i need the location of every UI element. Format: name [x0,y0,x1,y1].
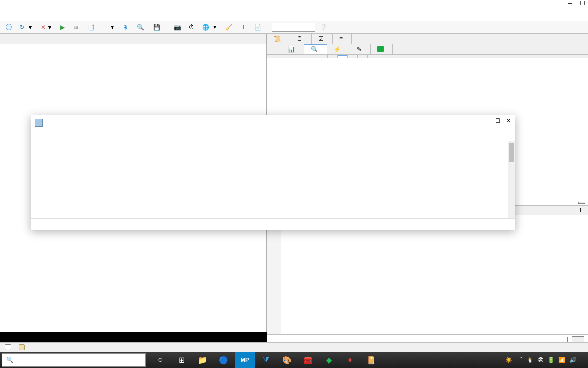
remove-button[interactable]: ✕ ▼ [38,23,56,32]
msdn-search-input[interactable] [272,23,315,32]
replay-icon: ↻ [20,24,24,31]
np-menu-edit[interactable] [43,135,48,137]
menu-view[interactable] [23,15,31,17]
np-menu-help[interactable] [66,135,71,137]
notepad-scrollbar[interactable] [508,141,515,218]
response-hex-view[interactable] [267,215,588,334]
app-explorer[interactable]: 📁 [192,352,213,368]
go-button[interactable]: ▶ [57,23,69,32]
np-close-icon[interactable]: ✕ [506,117,511,124]
battery-icon[interactable]: 🔋 [547,356,554,363]
tab-orchestra[interactable] [370,44,393,54]
minimize-icon[interactable]: ─ [568,0,572,7]
tab-xml[interactable] [357,55,368,58]
app-paint[interactable]: 🎨 [277,352,297,368]
tab-statistics[interactable]: 📊 [281,44,304,54]
notepad-scroll-thumb[interactable] [509,143,514,162]
tab-autoresponder[interactable]: ⚡ [327,44,350,54]
inspect-icon: 🔍 [311,46,318,53]
tab-auth[interactable] [317,55,328,58]
screenshot-button[interactable]: 📷 [171,23,184,32]
comment-button[interactable] [3,23,15,32]
grid-header [0,34,266,44]
tab-raw[interactable] [337,55,348,58]
all-processes[interactable] [19,344,27,350]
app-cortana[interactable]: ○ [150,352,170,368]
window-controls: ─ ☐ [568,0,585,7]
decode-button[interactable]: 📑 [85,23,99,32]
tab-syntaxview[interactable] [287,55,297,58]
app-utility[interactable]: 🧰 [298,352,318,368]
app-vscode[interactable]: ⧩ [256,352,276,368]
taskbar-search[interactable]: 🔍 [2,353,146,367]
process-icon [19,344,25,350]
notepad-window[interactable]: ─ ☐ ✕ [31,115,515,230]
hex-content [281,215,588,334]
notepad-titlebar[interactable] [31,115,515,130]
stats-icon: 📊 [288,46,295,53]
tab-timeline[interactable]: ≡ [332,34,352,44]
tab-textview[interactable] [277,55,287,58]
np-maximize-icon[interactable]: ☐ [495,117,500,124]
clear-icon: 🧹 [226,24,233,31]
stream-button[interactable]: ≋ [71,23,83,32]
wifi-icon[interactable]: 📶 [558,356,565,363]
app-edge[interactable]: 🔵 [214,352,234,368]
x-icon: ✕ [41,24,45,31]
app-mp[interactable]: MP [235,352,255,368]
tab-log[interactable]: 🗒 [290,34,312,44]
script-icon: 📜 [274,35,281,42]
clear-cache-button[interactable]: 🧹 [223,23,237,32]
save-button[interactable]: 💾 [150,23,165,32]
notepad-body[interactable] [31,141,515,218]
app-notepad[interactable]: 📔 [361,352,381,368]
tab-inspectors[interactable]: 🔍 [304,44,327,54]
tearoff-button[interactable]: 📄 [251,23,266,32]
quickexec-bar[interactable] [0,332,267,342]
tab-hexview[interactable] [307,55,317,58]
tab-cookies[interactable] [327,55,338,58]
capture-indicator[interactable] [5,344,11,350]
menu-rules[interactable] [4,15,11,17]
maximize-icon[interactable]: ☐ [580,0,585,7]
keep-sessions-dropdown[interactable]: ▼ [105,23,118,32]
tab-get-started[interactable] [267,44,281,54]
windows-taskbar[interactable]: 🔍 ○ ⊞ 📁 🔵 MP ⧩ 🎨 🧰 ◆ ● 📔 ☀️ ˄ 🐧 🛠 🔋 📶 🔊 [0,352,588,368]
np-minimize-icon[interactable]: ─ [485,117,489,124]
text-wizard-button[interactable]: T [239,23,249,32]
chevron-up-icon[interactable]: ˄ [520,356,523,363]
np-menu-file[interactable] [35,135,41,137]
tab-json[interactable] [347,55,358,58]
globe-icon: 🌐 [202,24,209,31]
decode-icon: 📑 [88,24,95,31]
fo-icon [377,46,384,52]
menu-help[interactable] [33,15,40,17]
app-green[interactable]: ◆ [319,352,339,368]
np-menu-view[interactable] [58,135,64,137]
help-icon-button[interactable]: ❔ [317,23,330,32]
find-button[interactable]: 🔍 [134,23,148,32]
tab-resp-caching[interactable] [565,206,575,215]
app-taskview[interactable]: ⊞ [171,352,192,368]
target-icon: ⊕ [123,24,128,31]
browse-button[interactable]: 🌐 ▼ [199,23,221,32]
replay-button[interactable]: ↻ ▼ [17,23,36,32]
tab-fiddlerscript[interactable]: 📜 [267,34,290,44]
volume-icon[interactable]: 🔊 [569,356,577,363]
tab-webforms[interactable] [297,55,307,58]
menu-tools[interactable] [13,15,21,17]
app-record[interactable]: ● [340,352,360,368]
request-inspector-tabs [267,55,588,58]
notepad-icon [35,119,43,126]
np-menu-format[interactable] [50,135,56,137]
weather-icon[interactable]: ☀️ [505,356,512,363]
tab-filters[interactable]: ☑ [311,34,333,44]
timer-button[interactable]: ⏱ [186,23,197,32]
any-process-button[interactable]: ⊕ [120,23,132,32]
view-button[interactable] [578,202,585,204]
tool-icon[interactable]: 🛠 [538,356,543,363]
tab-resp-more[interactable]: F [575,206,588,215]
tab-headers[interactable] [267,55,277,58]
qq-icon[interactable]: 🐧 [527,356,534,363]
menu-bar [0,11,588,21]
